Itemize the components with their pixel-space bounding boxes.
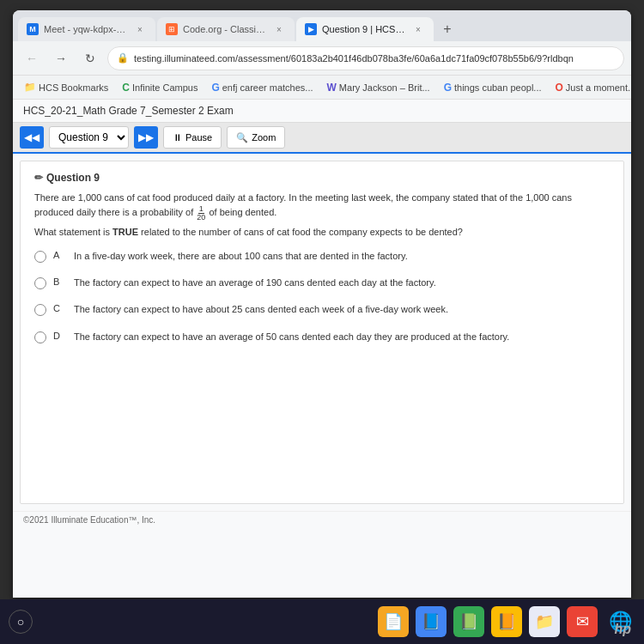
question-text-part2: of being dented. [209, 207, 276, 217]
taskbar-search[interactable]: ○ [9, 610, 33, 634]
pause-label: Pause [185, 132, 212, 143]
question-title: ✏ Question 9 [34, 172, 610, 184]
tab-favicon-meet: M [27, 23, 39, 35]
option-text-c: The factory can expect to have about 25 … [74, 303, 448, 316]
taskbar-app-sheets[interactable]: 📗 [453, 606, 484, 637]
bookmarks-bar: 📁 HCS Bookmarks C Infinite Campus G enfj… [13, 76, 631, 100]
zoom-icon: 🔍 [236, 132, 248, 143]
assessment-title: HCS_20-21_Math Grade 7_Semester 2 Exam [23, 105, 234, 117]
taskbar: ○ 📄 📘 📗 📙 📁 ✉ 🌐 hp [0, 599, 644, 644]
question-area: ✏ Question 9 There are 1,000 cans of cat… [20, 161, 624, 504]
bookmark-label-campus: Infinite Campus [132, 82, 197, 93]
option-text-d: The factory can expect to have an averag… [74, 331, 509, 343]
radio-d[interactable] [34, 331, 46, 343]
option-letter-d: D [53, 331, 67, 341]
question-title-text: Question 9 [46, 172, 100, 184]
tab-bar: M Meet - yqw-kdpx-kun × ⊞ Code.org - Cla… [13, 10, 631, 41]
page-footer: ©2021 Illuminate Education™, Inc. [13, 511, 631, 528]
hp-logo: hp [614, 622, 631, 637]
taskbar-app-docs[interactable]: 📘 [416, 606, 447, 637]
bookmark-icon-cuban: G [444, 82, 452, 94]
answer-option-a[interactable]: A In a five-day work week, there are abo… [34, 247, 610, 265]
fraction-numerator: 1 [198, 205, 204, 214]
forward-button[interactable]: → [49, 46, 73, 70]
zoom-button[interactable]: 🔍 Zoom [227, 126, 285, 149]
slides-icon: 📙 [497, 612, 516, 631]
bookmark-mary[interactable]: W Mary Jackson – Brit... [323, 80, 434, 95]
answer-option-c[interactable]: C The factory can expect to have about 2… [34, 301, 610, 319]
question-text-part1: There are 1,000 cans of cat food produce… [34, 192, 572, 217]
radio-b[interactable] [34, 277, 46, 289]
bookmark-label-moment: Just a moment... [566, 82, 631, 93]
tab-meet[interactable]: M Meet - yqw-kdpx-kun × [18, 17, 155, 41]
docs-icon: 📘 [422, 612, 440, 631]
fraction: 1 20 [196, 205, 206, 222]
question-select[interactable]: Question 9 [49, 126, 129, 149]
prev-question-button[interactable]: ◀◀ [20, 126, 44, 149]
tab-close-meet[interactable]: × [133, 22, 147, 36]
tab-codeorg[interactable]: ⊞ Code.org - Classic Maze #20 × [157, 17, 295, 41]
bookmark-icon-moment: O [556, 82, 563, 94]
tab-label-meet: Meet - yqw-kdpx-kun [44, 24, 128, 34]
pause-button[interactable]: ⏸ Pause [163, 126, 222, 149]
bookmark-label-enfj: enfj career matches... [222, 82, 313, 93]
tab-close-question[interactable]: × [411, 22, 425, 36]
bookmark-hcs[interactable]: 📁 HCS Bookmarks [20, 80, 112, 94]
back-button[interactable]: ← [20, 46, 44, 70]
question-body-text: There are 1,000 cans of cat food produce… [34, 191, 610, 222]
next-question-button[interactable]: ▶▶ [134, 126, 158, 149]
address-bar[interactable]: 🔒 testing.illuminateed.com/assessment/60… [107, 46, 624, 70]
tab-favicon-question: ▶ [305, 23, 317, 35]
pencil-icon: ✏ [34, 172, 43, 184]
radio-c[interactable] [34, 304, 46, 316]
bookmark-icon-hcs: 📁 [24, 82, 36, 93]
gmail-icon: ✉ [576, 612, 589, 631]
radio-a[interactable] [34, 251, 46, 263]
page-content: HCS_20-21_Math Grade 7_Semester 2 Exam ◀… [13, 100, 631, 598]
answer-option-d[interactable]: D The factory can expect to have an aver… [34, 328, 610, 346]
bookmark-label-cuban: things cuban peopl... [454, 82, 542, 93]
taskbar-app-gmail[interactable]: ✉ [567, 606, 598, 637]
fraction-denominator: 20 [196, 214, 206, 222]
tab-close-codeorg[interactable]: × [272, 22, 286, 36]
bookmark-icon-mary: W [327, 82, 337, 94]
lock-icon: 🔒 [117, 52, 129, 64]
pause-icon: ⏸ [173, 132, 182, 143]
browser-window: M Meet - yqw-kdpx-kun × ⊞ Code.org - Cla… [13, 10, 631, 598]
option-text-a: In a five-day work week, there are about… [74, 250, 408, 263]
question-sub-text: What statement is TRUE related to the nu… [34, 227, 610, 237]
bookmark-cuban[interactable]: G things cuban peopl... [440, 80, 546, 95]
tab-label-question: Question 9 | HCS_20-21_Math G... [322, 24, 406, 34]
assessment-header: HCS_20-21_Math Grade 7_Semester 2 Exam [13, 100, 631, 123]
tab-question[interactable]: ▶ Question 9 | HCS_20-21_Math G... × [296, 17, 434, 41]
tab-favicon-codeorg: ⊞ [166, 23, 178, 35]
taskbar-app-files[interactable]: 📄 [378, 606, 409, 637]
address-text: testing.illuminateed.com/assessment/6018… [134, 53, 574, 64]
taskbar-app-slides[interactable]: 📙 [491, 606, 522, 637]
bookmark-campus[interactable]: C Infinite Campus [118, 80, 202, 95]
bookmark-moment[interactable]: O Just a moment... [551, 80, 632, 95]
option-letter-a: A [53, 250, 67, 260]
nav-bar: ← → ↻ 🔒 testing.illuminateed.com/assessm… [13, 41, 631, 76]
taskbar-app-drive[interactable]: 📁 [529, 606, 560, 637]
reload-button[interactable]: ↻ [78, 46, 102, 70]
answer-option-b[interactable]: B The factory can expect to have an aver… [34, 274, 610, 292]
sheets-icon: 📗 [459, 612, 478, 631]
option-letter-c: C [53, 303, 67, 313]
zoom-label: Zoom [252, 132, 276, 143]
option-letter-b: B [53, 276, 67, 287]
new-tab-button[interactable]: + [435, 17, 459, 41]
question-toolbar: ◀◀ Question 9 ▶▶ ⏸ Pause 🔍 Zoom [13, 123, 631, 154]
bookmark-label-mary: Mary Jackson – Brit... [339, 82, 430, 93]
bookmark-icon-enfj: G [211, 82, 219, 94]
footer-text: ©2021 Illuminate Education™, Inc. [23, 515, 155, 525]
bookmark-label-hcs: HCS Bookmarks [39, 82, 108, 93]
bookmark-icon-campus: C [122, 82, 130, 94]
option-text-b: The factory can expect to have an averag… [74, 276, 436, 289]
files-icon: 📄 [384, 612, 403, 631]
drive-icon: 📁 [535, 612, 554, 631]
bookmark-enfj[interactable]: G enfj career matches... [207, 80, 317, 95]
tab-label-codeorg: Code.org - Classic Maze #20 [183, 24, 267, 34]
